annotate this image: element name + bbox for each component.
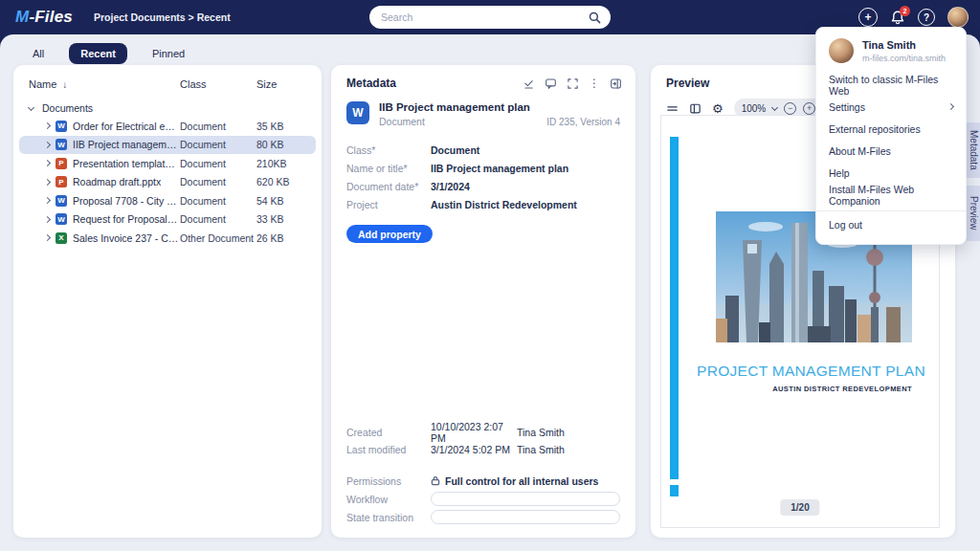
tab-pinned[interactable]: Pinned [141, 43, 196, 64]
split-view-icon[interactable] [689, 102, 702, 115]
table-row[interactable]: WProposal 7708 - City of Chicago.docx Do… [19, 191, 316, 210]
mfiles-logo[interactable]: M-Files [15, 8, 73, 27]
chevron-down-icon[interactable] [771, 103, 778, 110]
table-row[interactable]: PRoadmap draft.pptx Document 620 KB [19, 173, 316, 192]
workflow-input[interactable] [431, 492, 620, 506]
menu-item-switch-classic[interactable]: Switch to classic M-Files Web [816, 76, 966, 94]
zoom-in-icon[interactable]: + [803, 102, 815, 115]
chevron-right-icon[interactable] [44, 160, 51, 166]
folder-name: Documents [42, 102, 93, 114]
created-by: Tina Smith [517, 427, 565, 438]
expand-icon[interactable] [567, 77, 579, 90]
breadcrumb[interactable]: Project Documents > Recent [94, 11, 231, 23]
question-icon: ? [924, 12, 929, 23]
table-row[interactable]: WRequest for Proposal - HVAC Engineerin.… [19, 210, 316, 230]
table-row[interactable]: PPresentation template.pptx Document 210… [19, 154, 316, 173]
permissions-label: Permissions [346, 475, 431, 487]
search-icon[interactable] [589, 11, 601, 24]
chevron-right-icon[interactable] [44, 197, 51, 204]
tab-all[interactable]: All [21, 43, 56, 64]
file-class: Other Document [180, 232, 256, 244]
permissions-value[interactable]: Full control for all internal users [431, 475, 598, 487]
page-indicator: 1/20 [780, 499, 819, 516]
table-row-selected[interactable]: WIIB Project management plan.docx Docume… [19, 136, 316, 155]
collapse-panel-icon[interactable] [610, 77, 622, 90]
menu-divider [816, 210, 966, 211]
chevron-right-icon[interactable] [44, 216, 51, 223]
state-transition-label: State transition [346, 512, 431, 523]
file-class: Document [180, 158, 256, 169]
file-size: 26 KB [256, 232, 312, 244]
property-label: Class* [346, 144, 431, 156]
file-size: 620 KB [256, 176, 312, 187]
modified-label: Last modified [346, 444, 431, 455]
property-label: Project [346, 199, 431, 210]
file-class: Document [180, 213, 256, 225]
comments-icon[interactable] [545, 77, 557, 90]
view-tabs: All Recent Pinned [21, 43, 196, 64]
property-value[interactable]: Austin District Redevelopment [431, 199, 577, 210]
property-row: Document date* 3/1/2024 [331, 177, 635, 195]
file-name: Order for Electrical engineering.docx [73, 121, 180, 132]
logo-m: M [15, 8, 29, 26]
file-size: 80 KB [256, 139, 312, 150]
add-property-button[interactable]: Add property [346, 225, 433, 243]
notifications-button[interactable]: 2 [890, 10, 905, 26]
document-accent-square [670, 485, 679, 496]
create-new-button[interactable]: + [858, 8, 878, 27]
menu-item-about[interactable]: About M-Files [816, 142, 966, 160]
excel-file-icon: X [56, 232, 67, 244]
property-value[interactable]: 3/1/2024 [431, 181, 470, 192]
file-size: 35 KB [256, 121, 312, 132]
chevron-right-icon[interactable] [44, 142, 51, 148]
search-input[interactable] [381, 11, 589, 23]
state-transition-input[interactable] [431, 510, 620, 524]
zoom-out-icon[interactable]: − [784, 102, 796, 115]
user-avatar-button[interactable] [947, 7, 969, 28]
search-bar[interactable] [369, 6, 611, 29]
menu-item-label: Settings [829, 101, 865, 113]
table-row[interactable]: WOrder for Electrical engineering.docx D… [19, 117, 316, 136]
gear-icon[interactable]: ⚙ [712, 102, 724, 115]
property-row: Name or title* IIB Project management pl… [331, 159, 635, 177]
created-label: Created [346, 427, 431, 438]
menu-item-external-repositories[interactable]: External repositories [816, 120, 966, 138]
chevron-right-icon[interactable] [44, 179, 51, 186]
file-class: Document [180, 139, 256, 150]
user-menu-avatar [829, 38, 854, 63]
lock-icon [431, 475, 440, 486]
tab-recent[interactable]: Recent [69, 43, 127, 64]
menu-item-install-companion[interactable]: Install M-Files Web Companion [816, 186, 966, 204]
modified-by: Tina Smith [517, 444, 565, 455]
file-list-panel: Name ↓ Class Size Documents WOrder for E… [13, 65, 322, 538]
property-row: Project Austin District Redevelopment [331, 195, 635, 213]
column-header-size[interactable]: Size [256, 78, 312, 90]
file-name: Request for Proposal - HVAC Engineerin..… [73, 213, 180, 225]
metadata-panel: Metadata ⋮ W IIB Project manage [331, 65, 635, 538]
modified-value: 3/1/2024 5:02 PM [431, 444, 517, 455]
file-class: Document [180, 176, 256, 187]
column-header-class[interactable]: Class [180, 78, 256, 90]
folder-row-documents[interactable]: Documents [13, 99, 322, 117]
document-accent-bar [670, 137, 679, 479]
property-value[interactable]: Document [431, 144, 479, 156]
word-document-icon: W [346, 101, 369, 124]
menu-item-settings[interactable]: Settings [816, 98, 966, 116]
thumbnails-icon[interactable] [666, 102, 679, 115]
chevron-right-icon[interactable] [44, 234, 51, 241]
menu-item-help[interactable]: Help [816, 164, 966, 182]
file-size: 210KB [256, 158, 312, 169]
property-value[interactable]: IIB Project management plan [431, 163, 568, 174]
workflow-label: Workflow [346, 494, 431, 505]
sort-descending-icon[interactable]: ↓ [62, 79, 67, 90]
table-row[interactable]: XSales Invoice 237 - City of Chicago.xls… [19, 229, 316, 248]
column-header-name[interactable]: Name ↓ [29, 78, 180, 90]
menu-item-logout[interactable]: Log out [816, 215, 966, 233]
more-options-icon[interactable]: ⋮ [589, 77, 600, 89]
pin-metadata-icon[interactable] [523, 77, 535, 90]
help-button[interactable]: ? [918, 9, 935, 26]
file-name: Presentation template.pptx [73, 158, 180, 169]
property-label: Document date* [346, 181, 431, 192]
chevron-right-icon[interactable] [44, 122, 51, 129]
chevron-down-icon[interactable] [28, 104, 34, 111]
